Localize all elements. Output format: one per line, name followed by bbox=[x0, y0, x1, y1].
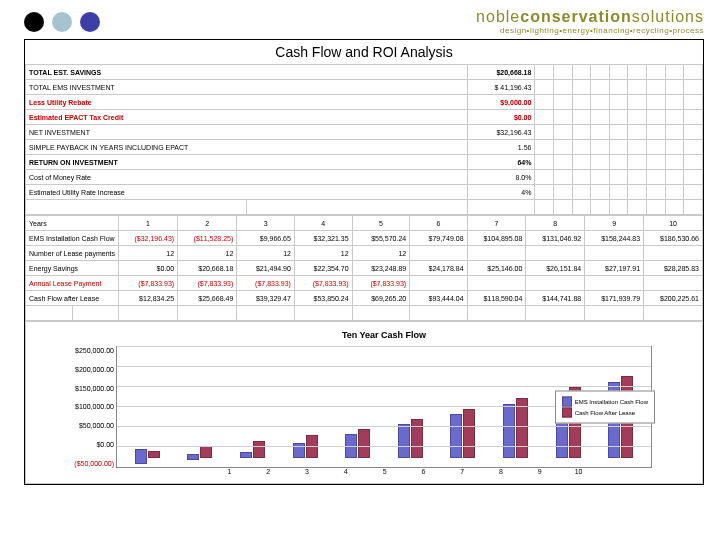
row-value bbox=[526, 276, 585, 291]
legend-item: Cash Flow After Lease bbox=[562, 408, 648, 418]
row-value: ($32,196.43) bbox=[119, 231, 178, 246]
year-header: 2 bbox=[178, 216, 237, 231]
row-value: ($7,833.93) bbox=[294, 276, 352, 291]
year-header: 8 bbox=[526, 216, 585, 231]
chart-title: Ten Year Cash Flow bbox=[116, 330, 652, 340]
worksheet: Cash Flow and ROI Analysis TOTAL EST. SA… bbox=[24, 39, 704, 485]
row-value: $21,494.90 bbox=[237, 261, 295, 276]
row-value: 12 bbox=[119, 246, 178, 261]
summary-label: Cost of Money Rate bbox=[26, 170, 468, 185]
row-value: $24,178.84 bbox=[410, 261, 467, 276]
row-value: $53,850.24 bbox=[294, 291, 352, 306]
row-label: EMS Installation Cash Flow bbox=[26, 231, 119, 246]
year-header: 4 bbox=[294, 216, 352, 231]
chart-container: Ten Year Cash Flow $250,000.00$200,000.0… bbox=[25, 321, 703, 484]
bar bbox=[240, 452, 252, 458]
row-value: $158,244.83 bbox=[585, 231, 644, 246]
row-value: $171,939.79 bbox=[585, 291, 644, 306]
dot-icon bbox=[52, 12, 72, 32]
chart-legend: EMS Installation Cash FlowCash Flow Afte… bbox=[555, 391, 655, 424]
bar bbox=[411, 419, 423, 458]
bar-group bbox=[437, 347, 490, 467]
summary-label: TOTAL EMS INVESTMENT bbox=[26, 80, 468, 95]
row-value bbox=[526, 246, 585, 261]
x-axis: 12345678910 bbox=[116, 468, 652, 475]
summary-value: 4% bbox=[468, 185, 535, 200]
row-value: ($7,833.93) bbox=[178, 276, 237, 291]
summary-label: Estimated Utility Rate Increase bbox=[26, 185, 468, 200]
bar-group bbox=[331, 347, 384, 467]
bar bbox=[187, 454, 199, 461]
chart-plot: $250,000.00$200,000.00$150,000.00$100,00… bbox=[116, 346, 652, 468]
row-value: $12,834.25 bbox=[119, 291, 178, 306]
y-tick: $200,000.00 bbox=[52, 366, 114, 373]
x-tick: 6 bbox=[404, 468, 443, 475]
dot-icon bbox=[80, 12, 100, 32]
bar-group bbox=[121, 347, 174, 467]
year-header: 5 bbox=[352, 216, 410, 231]
bar bbox=[398, 424, 410, 458]
years-table: Years12345678910EMS Installation Cash Fl… bbox=[25, 215, 703, 321]
summary-value: 1.56 bbox=[468, 140, 535, 155]
row-label: Energy Savings bbox=[26, 261, 119, 276]
row-value bbox=[467, 276, 526, 291]
bar bbox=[135, 449, 147, 464]
row-value: $118,590.04 bbox=[467, 291, 526, 306]
row-value: 12 bbox=[352, 246, 410, 261]
row-value bbox=[644, 276, 703, 291]
summary-table: TOTAL EST. SAVINGS$20,668.18TOTAL EMS IN… bbox=[25, 64, 703, 215]
summary-value: 64% bbox=[468, 155, 535, 170]
x-tick: 1 bbox=[210, 468, 249, 475]
summary-label: NET INVESTMENT bbox=[26, 125, 468, 140]
bar bbox=[253, 441, 265, 459]
summary-label: Estimated EPACT Tax Credit bbox=[26, 110, 468, 125]
y-tick: $250,000.00 bbox=[52, 347, 114, 354]
x-tick: 10 bbox=[559, 468, 598, 475]
bar bbox=[463, 409, 475, 458]
y-tick: $50,000.00 bbox=[52, 422, 114, 429]
year-header: 10 bbox=[644, 216, 703, 231]
row-value: $186,530.66 bbox=[644, 231, 703, 246]
bar-group bbox=[489, 347, 542, 467]
row-value: $39,329.47 bbox=[237, 291, 295, 306]
row-value bbox=[410, 276, 467, 291]
y-tick: $150,000.00 bbox=[52, 385, 114, 392]
x-tick: 9 bbox=[520, 468, 559, 475]
summary-label: RETURN ON INVESTMENT bbox=[26, 155, 468, 170]
row-value: ($7,833.93) bbox=[352, 276, 410, 291]
row-label: Number of Lease payments bbox=[26, 246, 119, 261]
summary-value: $20,668.18 bbox=[468, 65, 535, 80]
row-value: ($11,528.25) bbox=[178, 231, 237, 246]
brand-tagline: design•lighting•energy•financing•recycli… bbox=[476, 26, 704, 35]
row-value: ($7,833.93) bbox=[237, 276, 295, 291]
bar-group bbox=[279, 347, 332, 467]
y-tick: $100,000.00 bbox=[52, 403, 114, 410]
row-value bbox=[585, 246, 644, 261]
summary-value: $ 41,196.43 bbox=[468, 80, 535, 95]
row-value: $144,741.88 bbox=[526, 291, 585, 306]
row-value: $93,444.04 bbox=[410, 291, 467, 306]
row-value bbox=[467, 246, 526, 261]
row-value: $26,151.84 bbox=[526, 261, 585, 276]
year-header: 7 bbox=[467, 216, 526, 231]
year-header: 6 bbox=[410, 216, 467, 231]
row-value: 12 bbox=[178, 246, 237, 261]
row-value bbox=[644, 246, 703, 261]
x-tick: 2 bbox=[249, 468, 288, 475]
row-value: $20,668.18 bbox=[178, 261, 237, 276]
x-tick: 3 bbox=[288, 468, 327, 475]
summary-value: $0.00 bbox=[468, 110, 535, 125]
bar-group bbox=[226, 347, 279, 467]
row-value: $69,265.20 bbox=[352, 291, 410, 306]
row-label: Cash Flow after Lease bbox=[26, 291, 119, 306]
bar-group bbox=[174, 347, 227, 467]
summary-value: $32,196.43 bbox=[468, 125, 535, 140]
row-value: ($7,833.93) bbox=[119, 276, 178, 291]
summary-label: SIMPLE PAYBACK IN YEARS INCLUDING EPACT bbox=[26, 140, 468, 155]
y-tick: $0.00 bbox=[52, 441, 114, 448]
bar bbox=[358, 429, 370, 459]
x-tick: 7 bbox=[443, 468, 482, 475]
year-header: 9 bbox=[585, 216, 644, 231]
summary-label: Less Utility Rebate bbox=[26, 95, 468, 110]
summary-value: 8.0% bbox=[468, 170, 535, 185]
